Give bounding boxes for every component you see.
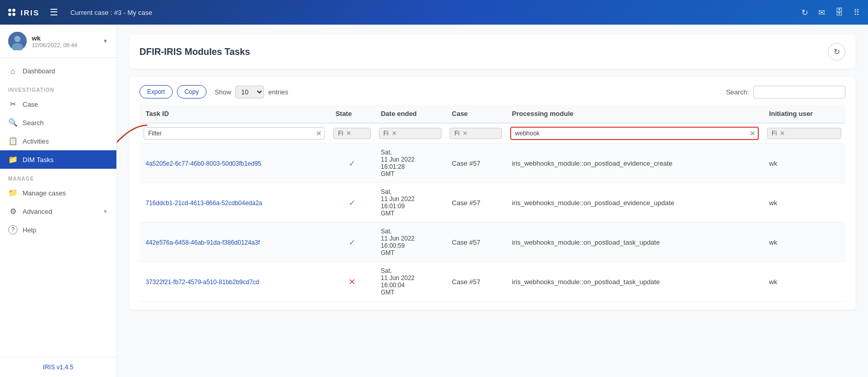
- sidebar-item-activities[interactable]: 📋 Activities: [0, 132, 116, 150]
- search-top-label: Search:: [726, 88, 749, 96]
- sidebar-item-label: Dashboard: [23, 67, 55, 75]
- cell-initiating-user: wk: [763, 183, 845, 223]
- sidebar: wk 12/06/2022, 08:44 ▼ ⌂ Dashboard INVES…: [0, 25, 117, 377]
- cell-date-ended: Sat, 11 Jun 2022 16:01:28 GMT: [375, 144, 446, 183]
- apps-icon[interactable]: ⠿: [854, 8, 860, 17]
- filter-user-value: Fi: [772, 130, 777, 137]
- advanced-arrow: ▼: [103, 208, 108, 214]
- page-header: DFIR-IRIS Modules Tasks ↻: [129, 35, 856, 69]
- sidebar-item-label: Case: [23, 101, 38, 108]
- refresh-button[interactable]: ↻: [828, 43, 845, 61]
- filter-module-clear[interactable]: ✕: [750, 129, 756, 137]
- cell-task-id: 4a5205e2-6c77-46b0-8003-50d03fb1ed95: [139, 144, 329, 183]
- table-row: 4a5205e2-6c77-46b0-8003-50d03fb1ed95✓Sat…: [139, 144, 845, 183]
- filter-case-value: Fi: [454, 130, 459, 137]
- filter-case-clear[interactable]: ✕: [462, 130, 468, 137]
- sidebar-user-date: 12/06/2022, 08:44: [32, 42, 97, 48]
- sidebar-item-advanced[interactable]: ⚙ Advanced ▼: [0, 202, 116, 221]
- filter-state-value: Fi: [338, 130, 343, 137]
- svg-point-1: [14, 36, 21, 42]
- case-icon: ✂: [8, 100, 17, 109]
- filter-user-clear[interactable]: ✕: [780, 130, 785, 137]
- col-processing-module: Processing module: [506, 105, 763, 123]
- cell-date-ended: Sat, 11 Jun 2022 16:00:04 GMT: [375, 262, 446, 302]
- filter-module-input[interactable]: [510, 127, 759, 140]
- cell-initiating-user: wk: [763, 223, 845, 262]
- filter-task-id-clear[interactable]: ✕: [316, 129, 322, 137]
- help-icon: ?: [8, 225, 17, 234]
- cell-processing-module: iris_webhooks_module::on_postload_eviden…: [506, 144, 763, 183]
- sidebar-item-search[interactable]: 🔍 Search: [0, 113, 116, 132]
- filter-date-value: Fi: [383, 130, 389, 137]
- activities-icon: 📋: [8, 136, 17, 146]
- sidebar-item-case[interactable]: ✂ Case: [0, 95, 116, 113]
- hamburger-menu[interactable]: ☰: [50, 7, 58, 18]
- col-initiating-user: Initiating user: [763, 105, 845, 123]
- cell-case: Case #57: [446, 223, 506, 262]
- filter-user-cell: Fi ✕: [763, 123, 845, 144]
- sidebar-item-label: Help: [23, 226, 36, 234]
- logo: IRIS: [8, 8, 39, 17]
- search-icon: 🔍: [8, 118, 17, 127]
- sidebar-section-investigation: INVESTIGATION: [0, 80, 116, 95]
- sidebar-item-dashboard[interactable]: ⌂ Dashboard: [0, 62, 116, 80]
- cell-state: ✓: [329, 183, 374, 223]
- cell-processing-module: iris_webhooks_module::on_postload_task_u…: [506, 223, 763, 262]
- brand-name: IRIS: [21, 8, 39, 17]
- dim-tasks-icon: 📁: [8, 155, 17, 164]
- cell-state: ✓: [329, 144, 374, 183]
- sidebar-item-label: Advanced: [23, 208, 52, 215]
- entries-select[interactable]: 10 25 50 100: [235, 86, 264, 98]
- task-id-link[interactable]: 4a5205e2-6c77-46b0-8003-50d03fb1ed95: [146, 160, 261, 167]
- refresh-icon[interactable]: ↻: [801, 8, 808, 17]
- sidebar-user-arrow: ▼: [103, 38, 108, 44]
- x-icon: ✕: [349, 277, 355, 286]
- col-case: Case: [446, 105, 506, 123]
- cell-processing-module: iris_webhooks_module::on_postload_task_u…: [506, 262, 763, 302]
- database-icon[interactable]: 🗄: [835, 8, 843, 17]
- filter-date-clear[interactable]: ✕: [392, 130, 397, 137]
- mail-icon[interactable]: ✉: [818, 8, 825, 17]
- copy-button[interactable]: Copy: [177, 85, 207, 98]
- filter-state-clear[interactable]: ✕: [346, 130, 351, 137]
- main-content: DFIR-IRIS Modules Tasks ↻ Export Copy Sh…: [117, 25, 868, 377]
- cell-state: ✓: [329, 223, 374, 262]
- cell-task-id: 37322f21-fb72-4579-a510-81bb2b9cd7cd: [139, 262, 329, 302]
- filter-task-id-cell: ✕: [139, 123, 329, 144]
- table-row: 716ddcb1-21cd-4613-866a-52cdb04eda2a✓Sat…: [139, 183, 845, 223]
- cell-initiating-user: wk: [763, 144, 845, 183]
- cell-case: Case #57: [446, 262, 506, 302]
- sidebar-item-dim-tasks[interactable]: 📁 DIM Tasks: [0, 150, 116, 169]
- filter-date-cell: Fi ✕: [375, 123, 446, 144]
- table-row: 37322f21-fb72-4579-a510-81bb2b9cd7cd✕Sat…: [139, 262, 845, 302]
- table-wrapper: Task ID State Date ended Case Processing…: [139, 105, 845, 302]
- search-top-input[interactable]: [753, 86, 845, 98]
- cell-case: Case #57: [446, 183, 506, 223]
- task-id-link[interactable]: 716ddcb1-21cd-4613-866a-52cdb04eda2a: [146, 200, 263, 207]
- table-controls: Export Copy Show 10 25 50 100 entries Se…: [139, 85, 845, 98]
- top-nav-icons: ↻ ✉ 🗄 ⠿: [801, 8, 860, 17]
- sidebar-item-manage-cases[interactable]: 📁 Manage cases: [0, 184, 116, 202]
- version-label: IRIS v1.4.5: [43, 364, 73, 371]
- check-icon: ✓: [349, 238, 355, 247]
- filter-case-cell: Fi ✕: [446, 123, 506, 144]
- sidebar-section-manage: MANAGE: [0, 169, 116, 184]
- sidebar-username: wk: [32, 34, 97, 42]
- task-id-link[interactable]: 442e576a-6458-46ab-91da-f386d0124a3f: [146, 239, 260, 246]
- sidebar-user[interactable]: wk 12/06/2022, 08:44 ▼: [0, 25, 116, 58]
- check-icon: ✓: [349, 199, 355, 207]
- sidebar-footer: IRIS v1.4.5: [0, 357, 116, 377]
- sidebar-nav: ⌂ Dashboard INVESTIGATION ✂ Case 🔍 Searc…: [0, 58, 116, 357]
- filter-state-cell: Fi ✕: [329, 123, 374, 144]
- entries-label: entries: [268, 88, 288, 96]
- filter-task-id-input[interactable]: [144, 127, 325, 140]
- cell-processing-module: iris_webhooks_module::on_postload_eviden…: [506, 183, 763, 223]
- export-button[interactable]: Export: [139, 85, 173, 98]
- sidebar-item-label: Activities: [23, 137, 49, 145]
- cell-case: Case #57: [446, 144, 506, 183]
- sidebar-item-help[interactable]: ? Help: [0, 221, 116, 239]
- current-case-label: Current case : #3 - My case: [70, 9, 152, 16]
- cell-date-ended: Sat, 11 Jun 2022 16:00:59 GMT: [375, 223, 446, 262]
- cell-date-ended: Sat, 11 Jun 2022 16:01:09 GMT: [375, 183, 446, 223]
- task-id-link[interactable]: 37322f21-fb72-4579-a510-81bb2b9cd7cd: [146, 279, 259, 286]
